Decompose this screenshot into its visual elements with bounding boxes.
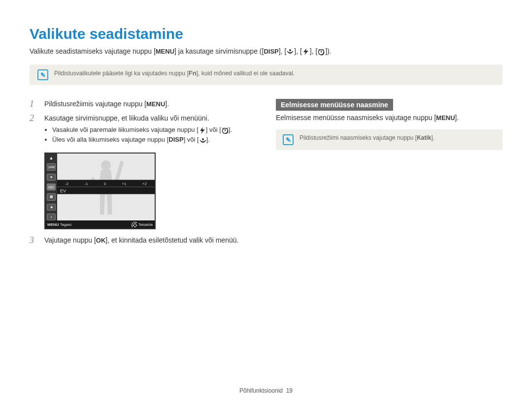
side-icon: 14M	[47, 163, 56, 170]
ev-scale-bar: -2 -1 0 +1 +2	[57, 180, 155, 187]
disp-icon: DISP	[168, 136, 183, 143]
page-footer: Põhifunktsioonid 19	[0, 387, 532, 394]
side-icon: ▦	[47, 193, 56, 200]
flash-icon	[199, 126, 206, 134]
side-icon: ISO	[47, 184, 56, 190]
nav-icon	[131, 221, 137, 227]
right-text: Eelmisesse menüüsse naasmiseks vajutage …	[276, 114, 502, 122]
note-box-top: ✎ Pildistusvalikutele pääsete ligi ka va…	[30, 64, 502, 85]
info-icon: ✎	[37, 69, 48, 80]
page-title: Valikute seadistamine	[30, 26, 502, 42]
timer-icon	[317, 48, 325, 56]
step-3: 3 Vajutage nuppu [OK], et kinnitada esil…	[30, 235, 256, 246]
disp-icon: DISP	[264, 48, 278, 55]
side-icon: ★	[47, 174, 56, 181]
ev-label: EV	[57, 187, 155, 194]
right-column: Eelmisesse menüüsse naasmine Eelmisesse …	[276, 99, 502, 249]
menu-icon: MENU	[47, 222, 59, 227]
camera-footer: MENU Tagasi Teisalda	[45, 220, 155, 228]
back-label: Tagasi	[60, 222, 71, 227]
side-icon: +	[47, 214, 56, 220]
bullet: Üles või alla liikumiseks vajutage nuppu…	[52, 135, 256, 145]
left-column: 1 Pildistusrežiimis vajutage nuppu [MENU…	[30, 99, 256, 249]
menu-icon: MENU	[156, 48, 174, 55]
fn-icon: Fn	[189, 69, 197, 77]
note-box-right: ✎ Pildistusrežiimi naasmiseks vajutage n…	[276, 129, 502, 150]
step-number: 2	[30, 113, 38, 149]
flash-icon	[302, 48, 310, 56]
timer-icon	[221, 126, 229, 134]
step-2: 2 Kasutage sirvimisnuppe, et liikuda val…	[30, 113, 256, 149]
intro-text: Valikute seadistamiseks vajutage nuppu […	[30, 47, 502, 56]
note-text: Pildistusvalikutele pääsete ligi ka vaju…	[54, 69, 295, 77]
macro-icon	[199, 137, 206, 144]
step-number: 1	[30, 99, 38, 109]
step-number: 3	[30, 235, 38, 246]
menu-icon: MENU	[146, 100, 165, 108]
shutter-label: Katik	[417, 134, 431, 141]
ok-icon: OK	[96, 237, 106, 244]
menu-icon: MENU	[436, 114, 455, 122]
camera-sidebar: ▲ 14M ★ ISO ▦ ◈ +	[45, 154, 57, 220]
move-label: Teisalda	[138, 222, 153, 227]
section-header: Eelmisesse menüüsse naasmine	[276, 99, 393, 111]
camera-screenshot: ▲ 14M ★ ISO ▦ ◈ +	[44, 153, 156, 229]
bullet: Vasakule või paremale liikumiseks vajuta…	[52, 125, 256, 135]
step-1: 1 Pildistusrežiimis vajutage nuppu [MENU…	[30, 99, 256, 109]
macro-icon	[286, 48, 294, 56]
note-text: Pildistusrežiimi naasmiseks vajutage nup…	[299, 134, 434, 141]
info-icon: ✎	[283, 134, 294, 145]
svg-point-4	[101, 160, 111, 170]
side-icon: ◈	[47, 204, 56, 211]
